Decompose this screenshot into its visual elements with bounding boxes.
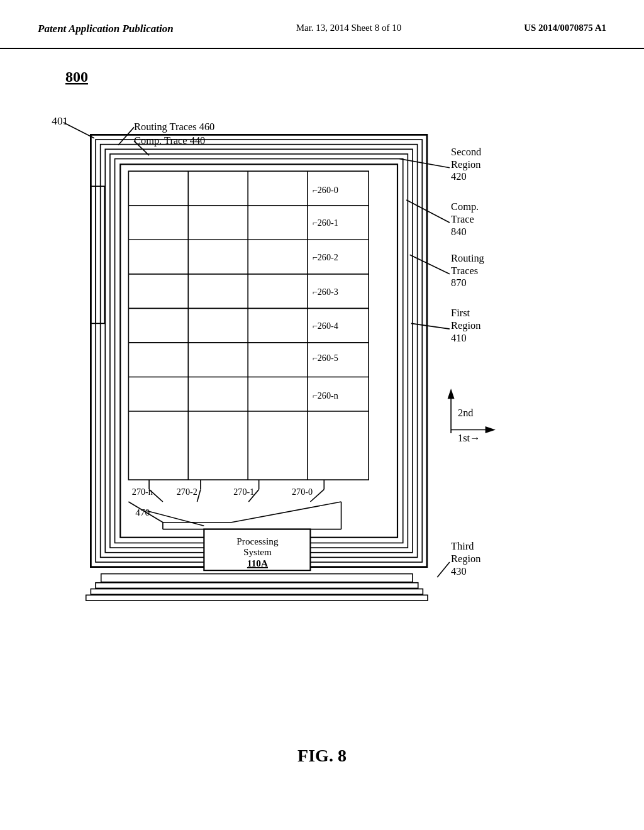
page: Patent Application Publication Mar. 13, … [0, 0, 644, 830]
comp-trace-840-label-3: 840 [451, 226, 467, 238]
routing-traces-870-label-2: Traces [451, 265, 478, 277]
routing-traces-870-label-1: Routing [451, 252, 484, 264]
row-260-1: ⌐260-1 [313, 218, 338, 228]
processing-system-label-2: System [243, 546, 272, 557]
comp-trace-840-label-1: Comp. [451, 201, 479, 213]
comp-trace-840-label-2: Trace [451, 213, 474, 225]
svg-marker-48 [486, 426, 496, 433]
third-region-label-2: Region [451, 553, 480, 565]
svg-rect-38 [91, 186, 104, 323]
svg-line-0 [64, 123, 94, 138]
sheet-info: Mar. 13, 2014 Sheet 8 of 10 [296, 23, 401, 33]
ref-401: 401 [52, 114, 68, 127]
col-270-n: 270-n [132, 487, 153, 497]
col-270-1: 270-1 [233, 487, 254, 497]
processing-system-label-1: Processing [236, 536, 279, 546]
routing-traces-870-label-3: 870 [451, 277, 467, 289]
svg-rect-34 [101, 574, 413, 582]
row-260-0: ⌐260-0 [313, 185, 338, 195]
first-region-label-3: 410 [451, 332, 467, 344]
figure-caption: FIG. 8 [297, 746, 347, 766]
svg-rect-35 [96, 583, 418, 589]
row-260-4: ⌐260-4 [313, 321, 338, 331]
col-270-2: 270-2 [177, 487, 197, 497]
ref-470: 470 [135, 507, 150, 517]
first-region-label-1: First [451, 307, 470, 319]
page-header: Patent Application Publication Mar. 13, … [0, 0, 644, 49]
main-content: 800 401 Routing Traces 460 Comp. Trace 4… [0, 49, 644, 804]
third-region-label-3: 430 [451, 565, 467, 577]
second-dir-label: 2nd [458, 407, 474, 419]
figure-number: 800 [65, 69, 88, 85]
svg-line-24 [197, 489, 200, 502]
routing-traces-460-label: Routing Traces 460 [134, 121, 214, 133]
svg-rect-3 [91, 135, 427, 567]
figure-8-diagram: 800 401 Routing Traces 460 Comp. Trace 4… [0, 49, 644, 804]
svg-line-41 [399, 159, 450, 168]
row-260-2: ⌐260-2 [313, 252, 338, 262]
third-region-label-1: Third [451, 540, 474, 552]
second-region-label-3: 420 [451, 170, 467, 182]
first-dir-label: 1st→ [458, 432, 480, 444]
svg-rect-37 [86, 595, 428, 600]
patent-number: US 2014/0070875 A1 [524, 23, 606, 33]
second-region-label-2: Region [451, 158, 480, 170]
svg-marker-46 [448, 389, 455, 399]
second-region-label-1: Second [451, 146, 481, 158]
svg-rect-4 [96, 140, 422, 562]
svg-line-49 [437, 562, 450, 577]
processing-system-ref: 110A [247, 558, 268, 568]
row-260-5: ⌐260-5 [313, 353, 338, 363]
row-260-n: ⌐260-n [313, 390, 338, 401]
publication-title: Patent Application Publication [38, 23, 174, 35]
svg-line-1 [118, 127, 134, 145]
svg-rect-36 [91, 589, 423, 595]
first-region-label-2: Region [451, 319, 480, 331]
svg-line-43 [410, 255, 450, 274]
col-270-0: 270-0 [292, 487, 313, 497]
row-260-3: ⌐260-3 [313, 287, 338, 297]
